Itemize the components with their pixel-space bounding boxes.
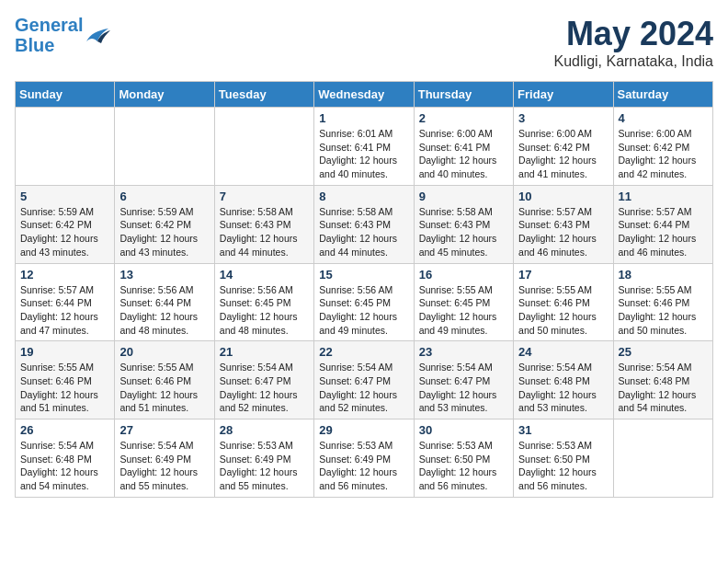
calendar-table: SundayMondayTuesdayWednesdayThursdayFrid… [15,81,713,498]
calendar-cell: 24Sunrise: 5:54 AMSunset: 6:48 PMDayligh… [514,341,613,419]
day-info: Sunrise: 5:58 AMSunset: 6:43 PMDaylight:… [220,205,309,259]
day-number: 22 [319,345,408,359]
calendar-cell: 29Sunrise: 5:53 AMSunset: 6:49 PMDayligh… [314,419,414,498]
day-number: 13 [119,268,209,282]
logo-text: GeneralBlue [15,15,83,55]
calendar-cell: 19Sunrise: 5:55 AMSunset: 6:46 PMDayligh… [16,341,115,419]
day-number: 15 [319,268,408,282]
calendar-cell: 9Sunrise: 5:58 AMSunset: 6:43 PMDaylight… [414,185,513,263]
day-number: 30 [419,423,508,437]
day-info: Sunrise: 5:53 AMSunset: 6:49 PMDaylight:… [319,439,408,493]
calendar-cell: 1Sunrise: 6:01 AMSunset: 6:41 PMDaylight… [314,108,414,186]
day-number: 6 [119,190,209,203]
calendar-cell: 17Sunrise: 5:55 AMSunset: 6:46 PMDayligh… [514,263,613,341]
calendar-week-row: 19Sunrise: 5:55 AMSunset: 6:46 PMDayligh… [16,341,713,419]
calendar-cell: 18Sunrise: 5:55 AMSunset: 6:46 PMDayligh… [613,263,712,341]
calendar-cell: 25Sunrise: 5:54 AMSunset: 6:48 PMDayligh… [613,341,712,419]
day-info: Sunrise: 5:54 AMSunset: 6:48 PMDaylight:… [619,361,708,415]
calendar-cell: 10Sunrise: 5:57 AMSunset: 6:43 PMDayligh… [514,185,613,263]
day-number: 24 [518,345,608,359]
calendar-header-row: SundayMondayTuesdayWednesdayThursdayFrid… [16,82,713,108]
calendar-cell: 5Sunrise: 5:59 AMSunset: 6:42 PMDaylight… [16,185,115,263]
day-info: Sunrise: 5:56 AMSunset: 6:45 PMDaylight:… [319,283,408,338]
page-header: GeneralBlue May 2024 Kudligi, Karnataka,… [15,15,713,70]
calendar-cell: 27Sunrise: 5:54 AMSunset: 6:49 PMDayligh… [115,419,214,498]
day-info: Sunrise: 5:59 AMSunset: 6:42 PMDaylight:… [20,205,109,259]
day-number: 19 [20,345,109,359]
day-info: Sunrise: 5:54 AMSunset: 6:47 PMDaylight:… [220,361,309,415]
day-number: 23 [419,345,508,359]
day-info: Sunrise: 5:55 AMSunset: 6:46 PMDaylight:… [20,361,109,415]
day-info: Sunrise: 5:54 AMSunset: 6:47 PMDaylight:… [319,361,408,415]
calendar-cell: 11Sunrise: 5:57 AMSunset: 6:44 PMDayligh… [613,185,712,263]
calendar-week-row: 26Sunrise: 5:54 AMSunset: 6:48 PMDayligh… [16,419,713,498]
calendar-cell: 21Sunrise: 5:54 AMSunset: 6:47 PMDayligh… [214,341,313,419]
day-info: Sunrise: 5:54 AMSunset: 6:47 PMDaylight:… [419,361,508,415]
calendar-cell: 13Sunrise: 5:56 AMSunset: 6:44 PMDayligh… [115,263,214,341]
day-number: 3 [518,111,608,125]
day-info: Sunrise: 5:54 AMSunset: 6:48 PMDaylight:… [518,361,608,415]
day-number: 29 [319,423,408,437]
day-number: 9 [419,190,508,203]
calendar-cell: 4Sunrise: 6:00 AMSunset: 6:42 PMDaylight… [613,108,712,186]
calendar-cell: 30Sunrise: 5:53 AMSunset: 6:50 PMDayligh… [414,419,513,498]
calendar-cell [613,419,712,498]
day-number: 18 [619,268,708,282]
calendar-cell: 14Sunrise: 5:56 AMSunset: 6:45 PMDayligh… [214,263,313,341]
day-number: 14 [220,268,309,282]
calendar-header-friday: Friday [514,82,613,108]
day-info: Sunrise: 5:56 AMSunset: 6:45 PMDaylight:… [220,283,309,338]
day-info: Sunrise: 6:01 AMSunset: 6:41 PMDaylight:… [319,127,408,181]
calendar-header-wednesday: Wednesday [314,82,414,108]
day-info: Sunrise: 5:57 AMSunset: 6:44 PMDaylight:… [20,283,109,338]
day-number: 1 [319,111,408,125]
day-info: Sunrise: 5:57 AMSunset: 6:44 PMDaylight:… [619,205,708,259]
calendar-cell: 12Sunrise: 5:57 AMSunset: 6:44 PMDayligh… [16,263,115,341]
calendar-cell: 23Sunrise: 5:54 AMSunset: 6:47 PMDayligh… [414,341,513,419]
calendar-cell [214,108,313,186]
day-number: 26 [20,423,109,437]
day-info: Sunrise: 5:55 AMSunset: 6:46 PMDaylight:… [119,361,209,415]
day-info: Sunrise: 6:00 AMSunset: 6:42 PMDaylight:… [619,127,708,181]
calendar-cell: 28Sunrise: 5:53 AMSunset: 6:49 PMDayligh… [214,419,313,498]
day-number: 12 [20,268,109,282]
calendar-header-tuesday: Tuesday [214,82,313,108]
calendar-header-monday: Monday [115,82,214,108]
title-block: May 2024 Kudligi, Karnataka, India [554,15,713,70]
calendar-cell: 16Sunrise: 5:55 AMSunset: 6:45 PMDayligh… [414,263,513,341]
day-info: Sunrise: 5:53 AMSunset: 6:50 PMDaylight:… [518,439,608,493]
day-number: 8 [319,190,408,203]
day-info: Sunrise: 5:55 AMSunset: 6:46 PMDaylight:… [518,283,608,338]
day-number: 25 [619,345,708,359]
logo-bird-icon [85,25,110,45]
calendar-week-row: 5Sunrise: 5:59 AMSunset: 6:42 PMDaylight… [16,185,713,263]
day-number: 4 [619,111,708,125]
calendar-cell: 7Sunrise: 5:58 AMSunset: 6:43 PMDaylight… [214,185,313,263]
day-info: Sunrise: 5:54 AMSunset: 6:48 PMDaylight:… [20,439,109,493]
day-info: Sunrise: 5:55 AMSunset: 6:45 PMDaylight:… [419,283,508,338]
day-info: Sunrise: 5:53 AMSunset: 6:49 PMDaylight:… [220,439,309,493]
calendar-week-row: 1Sunrise: 6:01 AMSunset: 6:41 PMDaylight… [16,108,713,186]
day-info: Sunrise: 5:59 AMSunset: 6:42 PMDaylight:… [119,205,209,259]
calendar-week-row: 12Sunrise: 5:57 AMSunset: 6:44 PMDayligh… [16,263,713,341]
day-info: Sunrise: 5:57 AMSunset: 6:43 PMDaylight:… [518,205,608,259]
day-number: 31 [518,423,608,437]
calendar-header-thursday: Thursday [414,82,513,108]
calendar-cell: 22Sunrise: 5:54 AMSunset: 6:47 PMDayligh… [314,341,414,419]
calendar-cell: 8Sunrise: 5:58 AMSunset: 6:43 PMDaylight… [314,185,414,263]
month-title: May 2024 [554,15,713,53]
day-number: 21 [220,345,309,359]
day-info: Sunrise: 6:00 AMSunset: 6:41 PMDaylight:… [419,127,508,181]
calendar-cell: 20Sunrise: 5:55 AMSunset: 6:46 PMDayligh… [115,341,214,419]
logo: GeneralBlue [15,15,110,55]
day-info: Sunrise: 5:53 AMSunset: 6:50 PMDaylight:… [419,439,508,493]
day-number: 10 [518,190,608,203]
calendar-header-saturday: Saturday [613,82,712,108]
day-info: Sunrise: 5:54 AMSunset: 6:49 PMDaylight:… [119,439,209,493]
day-number: 20 [119,345,209,359]
day-number: 5 [20,190,109,203]
day-number: 2 [419,111,508,125]
calendar-cell [16,108,115,186]
day-info: Sunrise: 6:00 AMSunset: 6:42 PMDaylight:… [518,127,608,181]
day-info: Sunrise: 5:58 AMSunset: 6:43 PMDaylight:… [319,205,408,259]
